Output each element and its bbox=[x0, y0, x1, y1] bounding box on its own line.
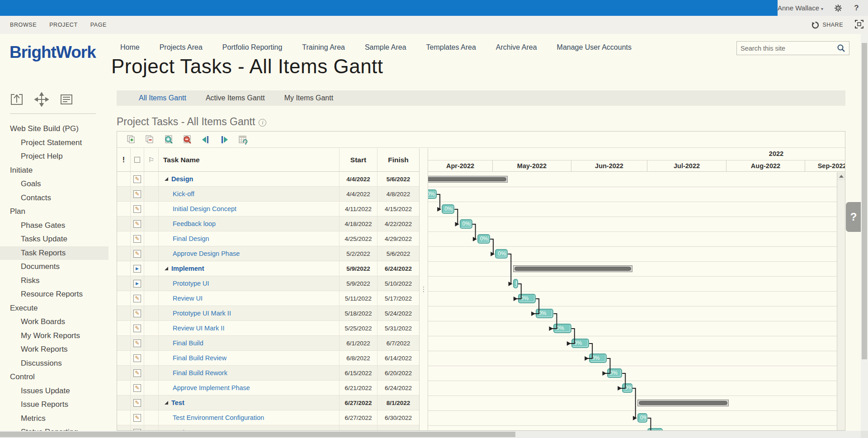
gantt-task-bar[interactable]: 0% bbox=[622, 383, 632, 393]
nav-link-manage-user-accounts[interactable]: Manage User Accounts bbox=[557, 43, 632, 52]
table-row[interactable]: ✎End User Beta7/1/20227/6/2022 bbox=[117, 425, 419, 431]
edit-item-icon[interactable]: ✎ bbox=[133, 295, 141, 302]
checkbox-icon[interactable] bbox=[134, 157, 140, 163]
edit-item-icon[interactable]: ✎ bbox=[133, 339, 141, 347]
table-row[interactable]: ✎Final Build Rework6/15/20226/20/2022 bbox=[117, 366, 419, 381]
table-row[interactable]: ✎Approve Design Phase5/2/20225/6/2022 bbox=[117, 246, 419, 261]
task-link[interactable]: Final Design bbox=[159, 235, 209, 242]
sidebar-item-risks[interactable]: Risks bbox=[0, 274, 108, 288]
table-row[interactable]: ✎Initial Design Concept4/11/20224/15/202… bbox=[117, 202, 419, 217]
vertical-scrollbar-thumb[interactable] bbox=[862, 43, 867, 359]
table-row[interactable]: ▶Prototype UI5/9/20225/10/2022 bbox=[117, 276, 419, 291]
sidebar-item-goals[interactable]: Goals bbox=[0, 177, 108, 191]
gantt-vertical-scrollbar[interactable] bbox=[837, 172, 845, 430]
collapse-triangle-icon[interactable] bbox=[165, 401, 168, 405]
sidebar-item-issues-update[interactable]: Issues Update bbox=[0, 384, 108, 398]
table-row[interactable]: ✎Kick-off4/4/20224/8/2022 bbox=[117, 187, 419, 202]
gantt-task-bar[interactable]: 0% bbox=[513, 279, 518, 288]
edit-item-icon[interactable]: ✎ bbox=[133, 190, 141, 198]
sidebar-item-issue-reports[interactable]: Issue Reports bbox=[0, 398, 108, 412]
priority-column-header[interactable]: ! bbox=[117, 148, 131, 171]
settings-gear-icon[interactable] bbox=[834, 4, 842, 12]
search-icon[interactable] bbox=[837, 44, 845, 52]
sidebar-item-initiate[interactable]: Initiate bbox=[0, 164, 108, 178]
gantt-task-bar[interactable]: 0% bbox=[571, 339, 589, 348]
sidebar-item-tasks-update[interactable]: Tasks Update bbox=[0, 232, 108, 246]
share-button[interactable]: SHARE bbox=[811, 21, 843, 29]
view-tab-active-items-gantt[interactable]: Active Items Gantt bbox=[206, 94, 265, 102]
ribbon-tab-project[interactable]: PROJECT bbox=[49, 22, 78, 28]
nav-link-training-area[interactable]: Training Area bbox=[302, 43, 345, 52]
gantt-task-bar[interactable]: 0% bbox=[637, 413, 647, 423]
task-link[interactable]: Initial Design Concept bbox=[159, 205, 236, 212]
move-icon[interactable] bbox=[34, 92, 49, 107]
table-row[interactable]: ✎Test6/27/20228/1/2022 bbox=[117, 396, 419, 410]
gantt-summary-bar[interactable] bbox=[428, 176, 508, 183]
ribbon-tab-page[interactable]: PAGE bbox=[90, 22, 107, 28]
select-all-checkbox[interactable] bbox=[131, 148, 144, 171]
nav-link-home[interactable]: Home bbox=[120, 43, 140, 52]
sidebar-item-work-boards[interactable]: Work Boards bbox=[0, 315, 108, 329]
sidebar-item-work-reports[interactable]: Work Reports bbox=[0, 343, 108, 357]
task-link[interactable]: Kick-off bbox=[159, 190, 194, 198]
nav-link-templates-area[interactable]: Templates Area bbox=[426, 43, 476, 52]
gantt-summary-bar[interactable] bbox=[637, 400, 729, 406]
gantt-task-bar[interactable]: 0% bbox=[477, 234, 490, 244]
table-row[interactable]: ✎Approve Implement Phase6/21/20226/24/20… bbox=[117, 381, 419, 396]
flag-column-header[interactable]: ⚐ bbox=[144, 148, 159, 171]
sidebar-item-documents[interactable]: Documents bbox=[0, 260, 108, 274]
brightwork-logo[interactable]: BrightWork bbox=[9, 43, 96, 62]
sidebar-item-execute[interactable]: Execute bbox=[0, 301, 108, 316]
edit-item-icon[interactable]: ✎ bbox=[133, 354, 141, 362]
task-link[interactable]: Review UI bbox=[159, 295, 203, 302]
task-link[interactable]: Final Build Rework bbox=[159, 369, 227, 377]
collapse-triangle-icon[interactable] bbox=[165, 177, 168, 181]
start-column-header[interactable]: Start bbox=[340, 148, 377, 171]
sidebar-item-control[interactable]: Control bbox=[0, 370, 108, 384]
in-progress-icon[interactable]: ▶ bbox=[133, 280, 141, 287]
table-row[interactable]: ✎Prototype UI Mark II5/18/20225/24/2022 bbox=[117, 306, 419, 321]
finish-column-header[interactable]: Finish bbox=[377, 148, 419, 171]
gantt-task-bar[interactable]: 0% bbox=[442, 204, 454, 214]
ribbon-tab-browse[interactable]: BROWSE bbox=[10, 22, 37, 28]
sidebar-item-plan[interactable]: Plan bbox=[0, 205, 108, 219]
scrollbar-up-arrow-icon[interactable] bbox=[862, 35, 866, 43]
sidebar-item-project-help[interactable]: Project Help bbox=[0, 150, 108, 164]
sidebar-item-phase-gates[interactable]: Phase Gates bbox=[0, 219, 108, 233]
info-icon[interactable]: i bbox=[259, 119, 266, 127]
table-row[interactable]: ✎Review UI5/11/20225/17/2022 bbox=[117, 291, 419, 306]
nav-link-archive-area[interactable]: Archive Area bbox=[496, 43, 537, 52]
focus-mode-icon[interactable] bbox=[855, 20, 863, 30]
expand-all-icon[interactable] bbox=[126, 134, 137, 145]
task-link[interactable]: Final Build Review bbox=[159, 354, 226, 362]
collapse-all-icon[interactable] bbox=[145, 134, 156, 145]
task-link[interactable]: Approve Implement Phase bbox=[159, 384, 250, 391]
table-row[interactable]: ✎Final Build6/1/20226/7/2022 bbox=[117, 336, 419, 351]
page-vertical-scrollbar[interactable] bbox=[861, 34, 868, 431]
sidebar-item-project-statement[interactable]: Project Statement bbox=[0, 136, 108, 150]
edit-item-icon[interactable]: ✎ bbox=[133, 235, 141, 243]
gantt-task-bar[interactable]: 0% bbox=[428, 189, 437, 199]
view-tab-my-items-gantt[interactable]: My Items Gantt bbox=[284, 94, 333, 102]
task-link[interactable]: Final Build bbox=[159, 339, 203, 347]
gantt-task-bar[interactable]: 0% bbox=[495, 249, 508, 259]
help-icon[interactable]: ? bbox=[853, 4, 860, 12]
edit-item-icon[interactable]: ✎ bbox=[133, 384, 141, 392]
gantt-task-bar[interactable]: 0% bbox=[647, 428, 663, 430]
scroll-up-arrow-icon[interactable] bbox=[837, 172, 845, 180]
table-row[interactable]: ▶Implement5/9/20226/24/2022 bbox=[117, 261, 419, 276]
gantt-task-bar[interactable]: 0% bbox=[553, 324, 571, 333]
user-menu[interactable]: Anne Wallace▾ bbox=[778, 4, 823, 12]
zoom-in-icon[interactable] bbox=[163, 134, 174, 145]
gantt-task-bar[interactable]: 0% bbox=[460, 219, 472, 229]
horizontal-scrollbar-thumb[interactable] bbox=[0, 432, 515, 437]
task-link[interactable]: Test Environment Configuration bbox=[159, 414, 264, 421]
task-link[interactable]: Approve Design Phase bbox=[159, 250, 240, 257]
edit-item-icon[interactable]: ✎ bbox=[133, 220, 141, 228]
gantt-task-bar[interactable]: 0% bbox=[607, 368, 623, 378]
edit-item-icon[interactable]: ✎ bbox=[133, 369, 141, 377]
table-row[interactable]: ✎Design4/4/20225/6/2022 bbox=[117, 172, 419, 187]
edit-item-icon[interactable]: ✎ bbox=[133, 399, 141, 407]
edit-item-icon[interactable]: ✎ bbox=[133, 205, 141, 213]
promote-icon[interactable] bbox=[9, 92, 24, 107]
